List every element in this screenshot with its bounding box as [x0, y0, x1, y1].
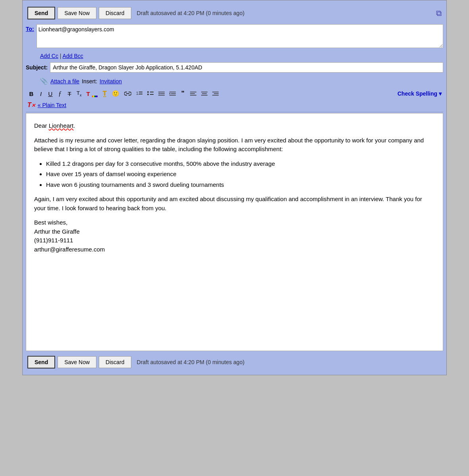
- font-script-button[interactable]: ƒ: [56, 89, 64, 98]
- svg-marker-15: [169, 93, 171, 94]
- align-right-button[interactable]: [211, 90, 220, 98]
- subject-row: Subject:: [26, 61, 443, 74]
- closing: Best wishes,Arthur the Giraffe(911)911-9…: [34, 218, 435, 254]
- link-icon: [124, 91, 131, 96]
- numbered-list-button[interactable]: 1.: [135, 90, 144, 98]
- align-center-button[interactable]: [200, 90, 209, 98]
- list-item: Have over 15 years of damsel wooing expe…: [46, 170, 435, 179]
- blockquote-button[interactable]: ": [179, 89, 187, 98]
- plain-text-link[interactable]: « Plain Text: [38, 102, 66, 108]
- toolbar-top: Send Save Now Discard Draft autosaved at…: [26, 4, 443, 23]
- list-item: Killed 1.2 dragons per day for 3 consecu…: [46, 159, 435, 169]
- subscript-button[interactable]: Tx: [75, 89, 83, 98]
- subject-label: Subject:: [26, 64, 48, 71]
- align-left-icon: [190, 91, 196, 96]
- link-button[interactable]: [123, 90, 133, 98]
- discard-button-bottom[interactable]: Discard: [99, 356, 131, 368]
- toolbar-bottom: Send Save Now Discard Draft autosaved at…: [26, 353, 443, 372]
- align-right-icon: [212, 91, 219, 96]
- save-now-button-top[interactable]: Save Now: [58, 7, 96, 19]
- check-spelling-button[interactable]: Check Spelling ▾: [398, 90, 442, 97]
- text-color-button[interactable]: T: [85, 90, 99, 98]
- send-button-bottom[interactable]: Send: [27, 356, 55, 369]
- svg-point-5: [147, 94, 149, 95]
- cc-bcc-row: Add Cc | Add Bcc: [26, 51, 443, 61]
- attach-file-link[interactable]: Attach a file: [50, 78, 79, 84]
- align-center-icon: [201, 91, 208, 96]
- send-button-top[interactable]: Send: [27, 7, 55, 19]
- to-input[interactable]: Lionheart@gragonslayers.com: [37, 24, 443, 48]
- bullet-list-button[interactable]: [146, 90, 155, 98]
- align-left-button[interactable]: [188, 90, 198, 98]
- to-row: To: Lionheart@gragonslayers.com: [26, 23, 443, 50]
- autosave-status-bottom: Draft autosaved at 4:20 PM (0 minutes ag…: [137, 359, 245, 365]
- insert-label: Insert:: [82, 78, 97, 84]
- popout-icon[interactable]: ⧉: [436, 9, 442, 18]
- underline-button[interactable]: U: [46, 90, 54, 98]
- autosave-status: Draft autosaved at 4:20 PM (0 minutes ag…: [137, 10, 245, 16]
- add-bcc-link[interactable]: Add Bcc: [63, 53, 83, 59]
- svg-point-4: [147, 91, 149, 93]
- body-paragraph-1: Attached is my resume and cover letter, …: [34, 136, 435, 154]
- paperclip-icon: 📎: [40, 77, 48, 85]
- list-item: Have won 6 jousting tournaments and 3 sw…: [46, 180, 435, 190]
- indent-increase-icon: [169, 91, 176, 96]
- accomplishments-list: Killed 1.2 dragons per day for 3 consecu…: [46, 159, 435, 190]
- email-body[interactable]: Dear Lionheart. Attached is my resume an…: [26, 113, 443, 351]
- subject-input[interactable]: [50, 62, 443, 73]
- numbered-list-icon: 1.: [136, 90, 142, 96]
- add-cc-link[interactable]: Add Cc: [40, 53, 58, 59]
- italic-button[interactable]: I: [37, 90, 45, 98]
- body-paragraph-2: Again, I am very excited about this oppo…: [34, 195, 435, 213]
- indent-decrease-icon: [158, 91, 165, 96]
- indent-increase-button[interactable]: [168, 90, 177, 98]
- invitation-link[interactable]: Invitation: [100, 78, 122, 84]
- indent-decrease-button[interactable]: [157, 90, 166, 98]
- formatting-toolbar: B I U ƒ T Tx T T̲ 🙂 1.: [26, 86, 443, 101]
- bold-button[interactable]: B: [27, 90, 35, 98]
- attach-row: 📎 Attach a file Insert: Invitation: [26, 76, 443, 86]
- strikethrough-button[interactable]: T: [65, 90, 73, 98]
- save-now-button-bottom[interactable]: Save Now: [58, 356, 96, 368]
- discard-button-top[interactable]: Discard: [99, 7, 131, 19]
- plain-text-toolbar: T✕ « Plain Text: [26, 101, 443, 111]
- to-label: To:: [26, 26, 34, 32]
- bullet-list-icon: [147, 90, 154, 96]
- svg-marker-11: [158, 93, 160, 94]
- greeting: Dear Lionheart.: [34, 121, 435, 131]
- smiley-button[interactable]: 🙂: [110, 89, 121, 98]
- cc-bcc-separator: |: [58, 53, 63, 59]
- remove-formatting-icon: T✕: [27, 102, 35, 109]
- highlight-button[interactable]: T̲: [101, 89, 109, 98]
